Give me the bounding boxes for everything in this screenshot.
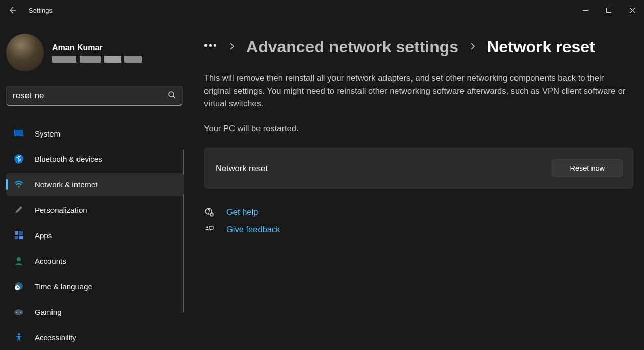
svg-rect-7 [15, 130, 23, 136]
sidebar-item-bluetooth[interactable]: Bluetooth & devices [6, 148, 184, 170]
sidebar-item-label: System [35, 129, 60, 138]
reset-now-button[interactable]: Reset now [552, 159, 623, 177]
sidebar-item-label: Accounts [35, 257, 66, 265]
sidebar-item-label: Personalization [35, 206, 87, 214]
paintbrush-icon [13, 204, 24, 216]
redacted-block [52, 56, 76, 63]
main-content: ••• Advanced network settings Network re… [184, 20, 644, 350]
sidebar-item-accessibility[interactable]: Accessibility [6, 326, 184, 348]
arrow-left-icon [8, 6, 16, 14]
user-email-redacted [52, 56, 142, 63]
svg-point-20 [18, 333, 20, 336]
gamepad-icon [13, 306, 24, 317]
help-icon [204, 207, 214, 217]
titlebar: Settings [0, 0, 644, 20]
search-input[interactable] [13, 91, 168, 101]
sidebar-item-label: Apps [35, 231, 52, 240]
svg-line-5 [173, 96, 175, 98]
svg-point-23 [210, 213, 213, 216]
shell: Aman Kumar System [0, 20, 644, 350]
minimize-icon [583, 8, 588, 13]
system-icon [13, 128, 24, 139]
svg-point-14 [17, 257, 21, 261]
svg-rect-25 [209, 226, 213, 229]
avatar [6, 34, 44, 71]
footer-links: Get help Give feedback [204, 207, 635, 234]
search-icon[interactable] [168, 91, 176, 100]
svg-rect-11 [19, 231, 23, 235]
app-title: Settings [29, 7, 53, 14]
back-button[interactable] [6, 4, 18, 16]
sidebar-item-gaming[interactable]: Gaming [6, 301, 184, 323]
svg-point-22 [208, 213, 209, 214]
svg-point-19 [20, 312, 21, 313]
svg-point-4 [169, 92, 174, 97]
clock-globe-icon [13, 281, 24, 292]
sidebar-item-accounts[interactable]: Accounts [6, 250, 184, 272]
description-text: This will remove then reinstall all your… [204, 72, 632, 110]
breadcrumb-overflow[interactable]: ••• [204, 40, 218, 55]
wifi-icon [13, 179, 24, 190]
network-reset-card: Network reset Reset now [204, 148, 633, 189]
give-feedback-row: Give feedback [204, 224, 635, 234]
user-profile[interactable]: Aman Kumar [6, 34, 184, 71]
maximize-icon [606, 8, 612, 13]
give-feedback-link[interactable]: Give feedback [226, 225, 280, 234]
sidebar-item-time-language[interactable]: Time & language [6, 275, 184, 298]
bluetooth-icon [13, 153, 24, 165]
sidebar-item-label: Accessibility [35, 333, 76, 342]
sidebar-nav: System Bluetooth & devices Network & int… [6, 122, 184, 348]
sidebar-item-label: Time & language [35, 282, 92, 291]
sidebar-item-label: Bluetooth & devices [35, 155, 102, 164]
chevron-right-icon [470, 42, 476, 52]
breadcrumb-parent[interactable]: Advanced network settings [246, 38, 458, 57]
get-help-row: Get help [204, 207, 635, 217]
redacted-block [124, 56, 142, 63]
close-icon [630, 8, 635, 13]
titlebar-left: Settings [6, 4, 53, 16]
svg-rect-12 [15, 236, 18, 239]
svg-point-9 [18, 186, 20, 188]
sidebar-item-personalization[interactable]: Personalization [6, 199, 184, 221]
maximize-button[interactable] [597, 2, 621, 18]
accessibility-icon [13, 332, 24, 343]
sidebar-item-system[interactable]: System [6, 122, 184, 145]
svg-point-24 [206, 226, 208, 228]
svg-point-17 [14, 309, 23, 315]
svg-rect-10 [15, 231, 18, 235]
window-controls [574, 2, 644, 18]
redacted-block [104, 56, 121, 63]
svg-point-18 [16, 312, 17, 313]
svg-rect-13 [19, 236, 23, 239]
person-icon [13, 255, 24, 266]
sidebar-item-apps[interactable]: Apps [6, 224, 184, 247]
sidebar-item-label: Network & internet [35, 180, 97, 189]
sidebar-item-label: Gaming [35, 308, 62, 316]
card-title: Network reset [216, 164, 268, 173]
sidebar: Aman Kumar System [0, 20, 184, 350]
svg-rect-1 [606, 8, 611, 12]
search-box[interactable] [6, 86, 183, 106]
chevron-right-icon [229, 42, 235, 52]
close-button[interactable] [621, 2, 644, 18]
apps-icon [13, 230, 24, 241]
get-help-link[interactable]: Get help [226, 207, 258, 217]
redacted-block [80, 56, 101, 63]
feedback-icon [204, 224, 214, 234]
user-text: Aman Kumar [52, 42, 142, 63]
user-name: Aman Kumar [52, 42, 142, 53]
breadcrumb: ••• Advanced network settings Network re… [204, 38, 635, 57]
restart-notice: Your PC will be restarted. [204, 124, 635, 133]
sidebar-item-network[interactable]: Network & internet [6, 173, 184, 196]
breadcrumb-current: Network reset [487, 38, 595, 57]
minimize-button[interactable] [574, 2, 597, 18]
